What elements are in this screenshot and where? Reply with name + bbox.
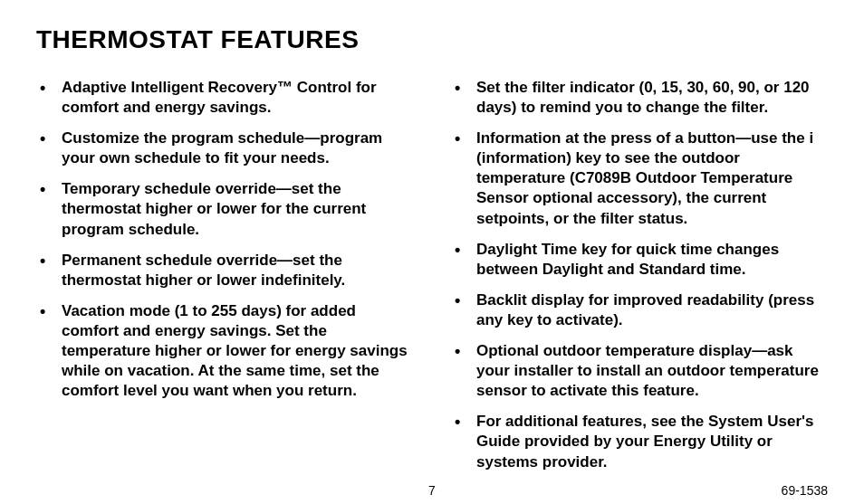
- content-columns: Adaptive Intelligent Recovery™ Control f…: [36, 78, 828, 483]
- page-footer: 7 69-1538: [36, 483, 828, 488]
- list-item: Daylight Time key for quick time changes…: [451, 240, 828, 280]
- list-item: Temporary schedule override—set the ther…: [36, 179, 413, 239]
- list-item: Permanent schedule override—set the ther…: [36, 251, 413, 290]
- list-item: Adaptive Intelligent Recovery™ Control f…: [36, 78, 413, 118]
- feature-list-left: Adaptive Intelligent Recovery™ Control f…: [36, 78, 413, 401]
- list-item: For additional features, see the System …: [451, 412, 828, 471]
- list-item: Set the filter indicator (0, 15, 30, 60,…: [451, 78, 828, 118]
- right-column: Set the filter indicator (0, 15, 30, 60,…: [451, 78, 828, 483]
- list-item: Customize the program schedule—program y…: [36, 128, 413, 168]
- list-item: Optional outdoor temperature display—ask…: [451, 341, 828, 401]
- list-item: Information at the press of a button—use…: [451, 128, 828, 228]
- page-title: THERMOSTAT FEATURES: [36, 25, 828, 54]
- list-item: Backlit display for improved readability…: [451, 290, 828, 330]
- feature-list-right: Set the filter indicator (0, 15, 30, 60,…: [451, 78, 828, 472]
- page-number: 7: [428, 483, 436, 498]
- left-column: Adaptive Intelligent Recovery™ Control f…: [36, 78, 413, 483]
- document-number: 69-1538: [782, 483, 828, 498]
- list-item: Vacation mode (1 to 255 days) for added …: [36, 301, 413, 401]
